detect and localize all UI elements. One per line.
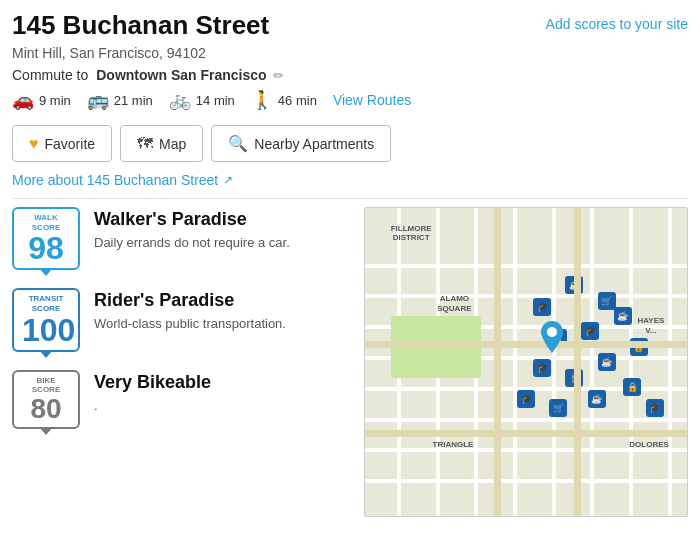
main-map-pin: [541, 321, 563, 356]
poi-school-5: 🎓: [646, 399, 664, 417]
transport-bus: 🚌 21 min: [87, 89, 153, 111]
bike-score-info: Very Bikeable .: [94, 370, 211, 415]
map-panel[interactable]: FILLMORE DISTRICT ALAMO SQUARE HAYES V..…: [364, 207, 688, 517]
nearby-icon: 🔍: [228, 134, 248, 153]
commute-destination: Downtown San Francisco: [96, 67, 266, 83]
map-background: FILLMORE DISTRICT ALAMO SQUARE HAYES V..…: [365, 208, 687, 516]
bike-time: 14 min: [196, 93, 235, 108]
transit-score-desc: World-class public transportation.: [94, 315, 286, 333]
poi-coffee-4: ☕: [588, 390, 606, 408]
heart-icon: ♥: [29, 135, 39, 153]
poi-coffee-3: ☕: [598, 353, 616, 371]
transport-car: 🚗 9 min: [12, 89, 71, 111]
bus-time: 21 min: [114, 93, 153, 108]
hayes-label: HAYES V...: [631, 316, 671, 335]
transit-score-badge: Transit Score 100: [12, 288, 80, 351]
more-about-link[interactable]: More about 145 Buchanan Street ↗: [0, 170, 700, 198]
poi-shop-1: 🛒: [598, 292, 616, 310]
map-icon: 🗺: [137, 135, 153, 153]
transit-score-title: Rider's Paradise: [94, 290, 286, 311]
edit-commute-icon[interactable]: ✏: [273, 68, 284, 83]
walk-icon: 🚶: [251, 89, 273, 111]
bike-score-badge: Bike Score 80: [12, 370, 80, 429]
poi-shop-2: 🛒: [549, 399, 567, 417]
poi-school-2: 🎓: [581, 322, 599, 340]
scores-panel: Walk Score 98 Walker's Paradise Daily er…: [12, 207, 352, 517]
transit-score-info: Rider's Paradise World-class public tran…: [94, 288, 286, 333]
transit-score-number: 100: [22, 314, 70, 346]
poi-school-1: 🎓: [533, 298, 551, 316]
poi-lock-2: 🔒: [623, 378, 641, 396]
favorite-label: Favorite: [45, 136, 96, 152]
car-icon: 🚗: [12, 89, 34, 111]
poi-school-3: 🎓: [533, 359, 551, 377]
page-title: 145 Buchanan Street: [12, 10, 269, 41]
svg-point-0: [547, 327, 557, 337]
address-subtitle: Mint Hill, San Francisco, 94102: [0, 45, 700, 67]
more-link-text: More about 145 Buchanan Street: [12, 172, 218, 188]
bike-icon: 🚲: [169, 89, 191, 111]
poi-coffee-2: ☕: [614, 307, 632, 325]
fillmore-label: FILLMORE DISTRICT: [381, 224, 441, 243]
bike-score-label: Bike Score: [22, 376, 70, 395]
commute-prefix: Commute to: [12, 67, 88, 83]
view-routes-link[interactable]: View Routes: [333, 92, 411, 108]
nearby-button[interactable]: 🔍 Nearby Apartments: [211, 125, 391, 162]
transport-walk: 🚶 46 min: [251, 89, 317, 111]
map-button[interactable]: 🗺 Map: [120, 125, 203, 162]
transit-score-label: Transit Score: [22, 294, 70, 313]
walk-time: 46 min: [278, 93, 317, 108]
divider: [12, 198, 688, 199]
alamo-label: ALAMO SQUARE: [429, 294, 479, 313]
external-link-icon: ↗: [223, 173, 233, 187]
walk-score-badge: Walk Score 98: [12, 207, 80, 270]
poi-school-4: 🎓: [517, 390, 535, 408]
nearby-label: Nearby Apartments: [254, 136, 374, 152]
favorite-button[interactable]: ♥ Favorite: [12, 125, 112, 162]
map-label: Map: [159, 136, 186, 152]
bike-score-row: Bike Score 80 Very Bikeable .: [12, 370, 352, 429]
transit-score-row: Transit Score 100 Rider's Paradise World…: [12, 288, 352, 351]
bike-score-number: 80: [22, 395, 70, 423]
walk-score-info: Walker's Paradise Daily errands do not r…: [94, 207, 290, 252]
bike-score-desc: .: [94, 397, 211, 415]
walk-score-title: Walker's Paradise: [94, 209, 290, 230]
walk-score-desc: Daily errands do not require a car.: [94, 234, 290, 252]
transport-bike: 🚲 14 min: [169, 89, 235, 111]
walk-score-row: Walk Score 98 Walker's Paradise Daily er…: [12, 207, 352, 270]
bus-icon: 🚌: [87, 89, 109, 111]
add-scores-link[interactable]: Add scores to your site: [546, 16, 688, 32]
bike-score-title: Very Bikeable: [94, 372, 211, 393]
car-time: 9 min: [39, 93, 71, 108]
walk-score-number: 98: [22, 232, 70, 264]
